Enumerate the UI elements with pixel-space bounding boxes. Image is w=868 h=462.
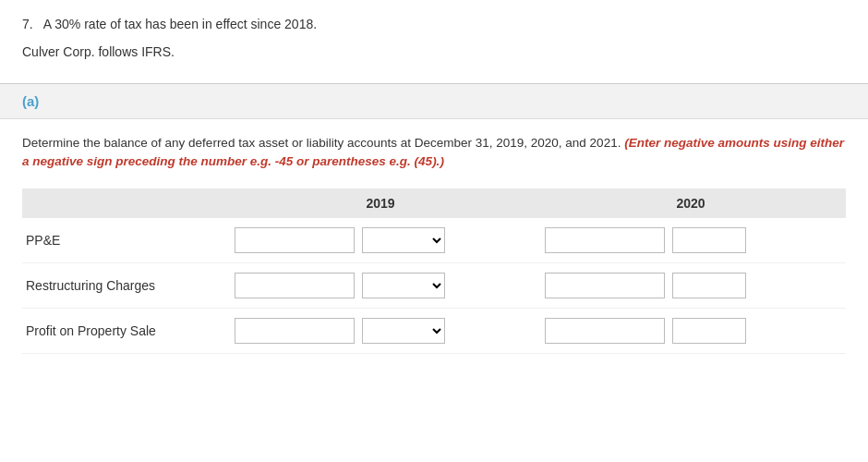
table-row-ppe: PP&E Asset Liability [22, 218, 846, 263]
ppe-2020-extra[interactable] [672, 227, 746, 253]
property-2020-amount[interactable] [545, 318, 665, 344]
col-label-empty [22, 196, 225, 211]
section-label: (a) [22, 93, 39, 109]
col-2020-header: 2020 [536, 196, 846, 211]
restructuring-2019-group: Asset Liability [225, 273, 536, 298]
restructuring-2019-type[interactable]: Asset Liability [362, 273, 445, 298]
table-row-property: Profit on Property Sale Asset Liability [22, 309, 846, 354]
property-2019-type[interactable]: Asset Liability [362, 318, 445, 344]
ppe-2019-group: Asset Liability [225, 227, 536, 253]
instruction-main: Determine the balance of any deferred ta… [22, 136, 621, 150]
property-2019-group: Asset Liability [225, 318, 536, 344]
table-header: 2019 2020 [22, 188, 846, 218]
note-text: A 30% rate of tax has been in effect sin… [43, 17, 317, 31]
ppe-2020-amount[interactable] [545, 227, 665, 253]
property-2020-extra[interactable] [672, 318, 746, 344]
restructuring-2020-amount[interactable] [545, 273, 665, 298]
ppe-2019-amount[interactable] [235, 227, 355, 253]
restructuring-2020-extra[interactable] [672, 273, 746, 298]
instruction-block: Determine the balance of any deferred ta… [22, 134, 846, 172]
property-2020-group [536, 318, 846, 344]
ifrs-text: Culver Corp. follows IFRS. [22, 44, 846, 72]
table-row-restructuring: Restructuring Charges Asset Liability [22, 263, 846, 309]
restructuring-2020-group [536, 273, 846, 298]
restructuring-2019-amount[interactable] [235, 273, 355, 298]
row-label-restructuring: Restructuring Charges [22, 278, 225, 293]
row-label-ppe: PP&E [22, 233, 225, 248]
col-2019-header: 2019 [225, 196, 536, 211]
property-2019-amount[interactable] [235, 318, 355, 344]
deferred-tax-table: 2019 2020 PP&E Asset Liability Restructu… [22, 188, 846, 354]
ppe-2020-group [536, 227, 846, 253]
row-label-property: Profit on Property Sale [22, 323, 225, 338]
section-label-bar: (a) [0, 84, 868, 119]
ppe-2019-type[interactable]: Asset Liability [362, 227, 445, 253]
note-number: 7. [22, 17, 33, 31]
